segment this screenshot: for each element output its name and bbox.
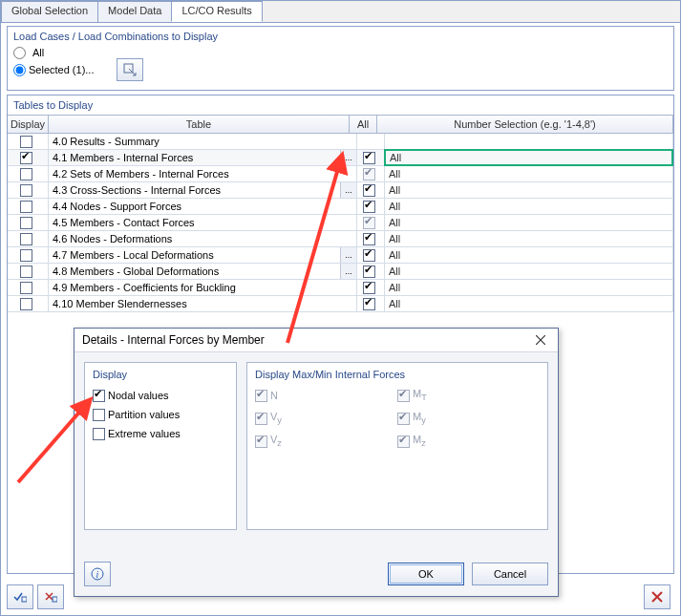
option-nodal-label: Nodal values	[108, 390, 169, 401]
display-checkbox[interactable]	[20, 168, 32, 181]
table-row[interactable]: 4.4 Nodes - Support ForcesAll	[8, 199, 673, 215]
table-row[interactable]: 4.2 Sets of Members - Internal ForcesAll	[8, 166, 673, 182]
option-partition-values[interactable]: Partition values	[93, 405, 228, 424]
radio-selected[interactable]: Selected (1)...	[13, 64, 94, 76]
row-details-button[interactable]: ...	[340, 264, 356, 279]
table-row[interactable]: 4.9 Members - Coefficients for BucklingA…	[8, 280, 673, 296]
table-row[interactable]: 4.7 Members - Local Deformations...All	[8, 247, 673, 264]
option-partition-label: Partition values	[108, 409, 180, 420]
radio-all-label: All	[32, 47, 44, 58]
grid-header: Display Table All Number Selection (e.g.…	[8, 116, 673, 134]
force-mz: Mz	[397, 432, 540, 451]
tables-title: Tables to Display	[8, 96, 673, 113]
uncheck-all-button[interactable]	[37, 584, 64, 609]
table-name: 4.5 Members - Contact Forces	[53, 217, 195, 228]
pick-load-cases-button[interactable]	[117, 58, 143, 81]
radio-all[interactable]: All	[13, 44, 44, 61]
all-checkbox[interactable]	[363, 298, 375, 310]
display-checkbox[interactable]	[20, 282, 32, 294]
display-checkbox[interactable]	[20, 233, 32, 245]
details-dialog: Details - Internal Forces by Member Disp…	[74, 328, 559, 597]
force-vy: Vy	[255, 409, 397, 428]
all-checkbox[interactable]	[363, 233, 375, 245]
tab-model-data[interactable]: Model Data	[97, 1, 172, 22]
svg-text:i: i	[96, 569, 99, 580]
display-checkbox[interactable]	[20, 136, 32, 148]
all-checkbox[interactable]	[363, 249, 375, 262]
force-vy-label: Vy	[270, 411, 282, 425]
force-mz-label: Mz	[413, 434, 426, 448]
selection-value: All	[389, 249, 400, 261]
display-checkbox[interactable]	[20, 249, 32, 262]
all-checkbox[interactable]	[363, 201, 375, 213]
display-checkbox[interactable]	[20, 201, 32, 213]
selection-value: All	[389, 282, 400, 293]
selection-value: All	[389, 184, 400, 196]
table-row[interactable]: 4.6 Nodes - DeformationsAll	[8, 231, 673, 247]
radio-selected-label: Selected (1)...	[29, 64, 94, 75]
row-details-button[interactable]: ...	[340, 247, 356, 263]
force-vz-label: Vz	[270, 434, 282, 448]
uncheck-all-icon	[44, 591, 57, 603]
table-name: 4.9 Members - Coefficients for Buckling	[53, 282, 236, 293]
all-checkbox[interactable]	[363, 282, 375, 294]
all-checkbox[interactable]	[363, 266, 375, 278]
dialog-titlebar: Details - Internal Forces by Member	[74, 329, 558, 352]
table-name: 4.3 Cross-Sections - Internal Forces	[53, 184, 221, 196]
all-checkbox[interactable]	[363, 184, 375, 197]
header-selection: Number Selection (e.g. '1-4,8')	[377, 116, 673, 133]
table-name: 4.0 Results - Summary	[53, 136, 160, 147]
tables-grid: Display Table All Number Selection (e.g.…	[8, 115, 673, 312]
display-checkbox[interactable]	[20, 152, 32, 164]
row-details-button[interactable]: ...	[340, 150, 356, 165]
header-table: Table	[49, 116, 350, 133]
header-display: Display	[8, 116, 49, 133]
selection-value: All	[389, 168, 400, 180]
option-nodal-values[interactable]: Nodal values	[93, 386, 228, 405]
all-checkbox[interactable]	[363, 168, 375, 181]
check-all-icon	[13, 591, 27, 603]
ok-button[interactable]: OK	[388, 563, 464, 585]
dialog-title: Details - Internal Forces by Member	[82, 333, 265, 347]
force-vz: Vz	[255, 432, 397, 451]
display-checkbox[interactable]	[20, 298, 32, 310]
table-row[interactable]: 4.5 Members - Contact ForcesAll	[8, 215, 673, 231]
force-mt: MT	[397, 386, 540, 405]
table-row[interactable]: 4.8 Members - Global Deformations...All	[8, 264, 673, 280]
check-all-button[interactable]	[7, 584, 33, 609]
table-name: 4.2 Sets of Members - Internal Forces	[53, 168, 229, 180]
force-mt-label: MT	[413, 388, 427, 402]
all-checkbox[interactable]	[363, 217, 375, 229]
close-icon	[536, 335, 545, 345]
maxmin-group: Display Max/Min Internal Forces N MT Vy …	[246, 362, 548, 530]
force-my-label: My	[413, 411, 426, 425]
display-checkbox[interactable]	[20, 217, 32, 229]
tab-global-selection[interactable]: Global Selection	[1, 1, 98, 22]
display-checkbox[interactable]	[20, 266, 32, 278]
header-all: All	[350, 116, 377, 133]
selection-value: All	[389, 233, 400, 244]
display-checkbox[interactable]	[20, 184, 32, 197]
delete-button[interactable]	[644, 584, 670, 609]
row-details-button[interactable]: ...	[340, 182, 356, 198]
force-my: My	[397, 409, 540, 428]
load-cases-panel: Load Cases / Load Combinations to Displa…	[7, 26, 674, 91]
delete-icon	[651, 591, 663, 603]
table-row[interactable]: 4.10 Member SlendernessesAll	[8, 296, 673, 312]
dialog-close-button[interactable]	[531, 330, 550, 350]
help-button[interactable]: i	[84, 562, 111, 586]
tab-lc-co-results[interactable]: LC/CO Results	[171, 1, 262, 22]
table-row[interactable]: 4.1 Members - Internal Forces...All	[8, 150, 673, 166]
all-checkbox[interactable]	[363, 152, 375, 164]
svg-rect-1	[22, 597, 27, 602]
force-n-label: N	[270, 390, 278, 401]
table-name: 4.1 Members - Internal Forces	[53, 152, 193, 163]
svg-rect-2	[53, 597, 57, 602]
cancel-button[interactable]: Cancel	[472, 563, 548, 585]
help-icon: i	[91, 567, 104, 581]
option-extreme-values[interactable]: Extreme values	[93, 424, 228, 443]
table-row[interactable]: 4.0 Results - Summary	[8, 134, 673, 150]
selection-value: All	[389, 266, 400, 277]
force-n: N	[255, 386, 397, 405]
table-row[interactable]: 4.3 Cross-Sections - Internal Forces...A…	[8, 182, 673, 199]
